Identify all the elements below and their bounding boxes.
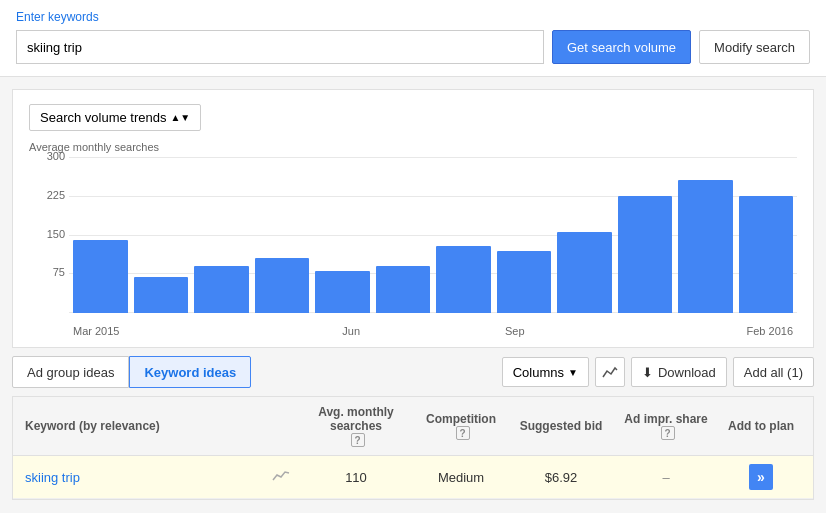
chevron-down-icon: ▲▼ (170, 112, 190, 123)
col-header-keyword: Keyword (by relevance) (25, 419, 261, 433)
bar-wrapper (557, 157, 612, 313)
bar-wrapper (436, 157, 491, 313)
avg-monthly-cell: 110 (301, 470, 411, 485)
chart-icon-button[interactable] (595, 357, 625, 387)
chart-title-label: Search volume trends (40, 110, 166, 125)
bar-wrapper (376, 157, 431, 313)
comp-info-icon[interactable]: ? (456, 426, 470, 440)
add-to-plan-button[interactable]: » (749, 464, 773, 490)
chart-bar[interactable] (557, 232, 612, 313)
search-volume-trends-dropdown[interactable]: Search volume trends ▲▼ (29, 104, 201, 131)
keyword-cell: skiing trip (25, 470, 261, 485)
bar-wrapper (134, 157, 189, 313)
x-label-mar: Mar 2015 (73, 325, 269, 337)
trend-cell (261, 468, 301, 486)
x-label-feb-2016: Feb 2016 (747, 325, 793, 337)
chart-bar[interactable] (134, 277, 189, 313)
add-all-button[interactable]: Add all (1) (733, 357, 814, 387)
impr-info-icon[interactable]: ? (661, 426, 675, 440)
search-row: Get search volume Modify search (16, 30, 810, 64)
x-label-sep: Sep (433, 325, 597, 337)
bar-wrapper (618, 157, 673, 313)
chart-bar[interactable] (436, 246, 491, 313)
chart-bar[interactable] (73, 240, 128, 313)
grid-label-150: 150 (31, 228, 65, 240)
chart-controls: Search volume trends ▲▼ (29, 104, 797, 131)
x-label-feb: Feb 2016 (597, 325, 793, 337)
col-header-add: Add to plan (721, 419, 801, 433)
ad-impr-cell: – (611, 470, 721, 485)
bar-wrapper (497, 157, 552, 313)
bar-wrapper (739, 157, 794, 313)
x-label-mar-2015: Mar 2015 (73, 325, 119, 337)
keyword-input[interactable] (16, 30, 544, 64)
avg-info-icon[interactable]: ? (351, 433, 365, 447)
add-to-plan-cell: » (721, 464, 801, 490)
line-chart-icon (602, 365, 618, 379)
results-table: Keyword (by relevance) Avg. monthly sear… (12, 397, 814, 500)
columns-chevron-icon: ▼ (568, 367, 578, 378)
modify-search-button[interactable]: Modify search (699, 30, 810, 64)
y-axis-label: Average monthly searches (29, 141, 797, 153)
bars-container (73, 157, 793, 313)
download-label: Download (658, 365, 716, 380)
actions-right: Columns ▼ ⬇ Download Add all (1) (502, 357, 814, 387)
chart-bar[interactable] (255, 258, 310, 313)
chart-bar[interactable] (618, 196, 673, 313)
col-header-avg: Avg. monthly searches ? (301, 405, 411, 447)
col-header-bid: Suggested bid (511, 419, 611, 433)
chart-area: 300 225 150 75 Mar 2015 Jun S (29, 157, 797, 337)
tab-group: Ad group ideas Keyword ideas (12, 356, 251, 388)
trend-icon (272, 468, 290, 482)
chart-section: Search volume trends ▲▼ Average monthly … (12, 89, 814, 348)
table-header: Keyword (by relevance) Avg. monthly sear… (13, 397, 813, 456)
col-header-competition: Competition ? (411, 412, 511, 440)
grid-label-225: 225 (31, 189, 65, 201)
chart-bar[interactable] (376, 266, 431, 313)
suggested-bid-cell: $6.92 (511, 470, 611, 485)
tab-keyword-ideas[interactable]: Keyword ideas (129, 356, 251, 388)
columns-label: Columns (513, 365, 564, 380)
bar-wrapper (678, 157, 733, 313)
chart-bar[interactable] (678, 180, 733, 313)
enter-keywords-label: Enter keywords (16, 10, 810, 24)
bar-wrapper (73, 157, 128, 313)
download-button[interactable]: ⬇ Download (631, 357, 727, 387)
bar-wrapper (194, 157, 249, 313)
bar-wrapper (255, 157, 310, 313)
chart-bar[interactable] (194, 266, 249, 313)
get-search-volume-button[interactable]: Get search volume (552, 30, 691, 64)
columns-button[interactable]: Columns ▼ (502, 357, 589, 387)
chart-bar[interactable] (497, 251, 552, 313)
x-label-jun-text: Jun (342, 325, 360, 337)
table-row: skiing trip 110 Medium $6.92 – » (13, 456, 813, 499)
col-header-impr: Ad impr. share ? (611, 412, 721, 440)
competition-cell: Medium (411, 470, 511, 485)
chart-bar[interactable] (315, 271, 370, 313)
x-label-sep-text: Sep (505, 325, 525, 337)
download-icon: ⬇ (642, 365, 653, 380)
grid-label-75: 75 (31, 266, 65, 278)
x-label-jun: Jun (269, 325, 433, 337)
bar-wrapper (315, 157, 370, 313)
chart-bar[interactable] (739, 196, 794, 313)
x-axis-labels: Mar 2015 Jun Sep Feb 2016 (73, 325, 793, 337)
top-section: Enter keywords Get search volume Modify … (0, 0, 826, 77)
tab-ad-group-ideas[interactable]: Ad group ideas (12, 356, 129, 388)
tabs-actions-row: Ad group ideas Keyword ideas Columns ▼ ⬇… (12, 348, 814, 397)
